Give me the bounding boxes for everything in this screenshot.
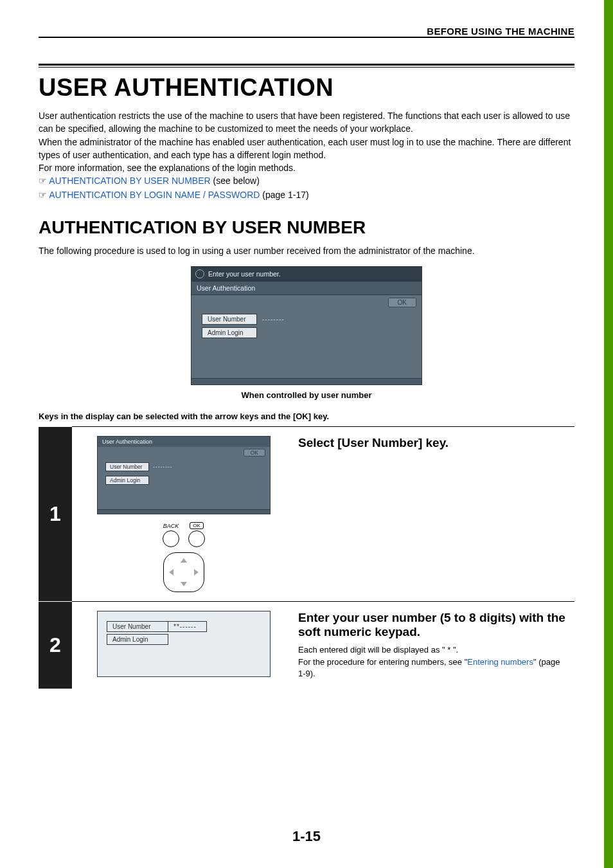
- pointer-icon: ☞: [39, 176, 47, 186]
- screen-subtitle: User Authentication: [191, 281, 422, 295]
- section-heading: AUTHENTICATION BY USER NUMBER: [39, 217, 574, 238]
- breadcrumb: BEFORE USING THE MACHINE: [39, 26, 574, 37]
- step1-screen-subtitle: User Authentication: [98, 437, 270, 447]
- link2-suffix: (page 1-17): [260, 190, 308, 200]
- step2-user-number-button[interactable]: User Number: [107, 621, 168, 632]
- link-entering-numbers[interactable]: Entering numbers: [467, 657, 533, 667]
- dpad[interactable]: [163, 552, 204, 592]
- screen-prompt: Enter your user number.: [208, 270, 281, 278]
- step1-admin-row: Admin Login: [105, 473, 262, 485]
- screen-footer: [191, 378, 422, 384]
- admin-login-row: Admin Login: [202, 327, 411, 338]
- step1-user-number-button[interactable]: User Number: [105, 462, 149, 471]
- page-title: USER AUTHENTICATION: [39, 74, 574, 102]
- step2-user-number-row: User Number **------: [107, 621, 261, 632]
- globe-icon: [195, 269, 204, 278]
- back-label: BACK: [163, 523, 179, 529]
- step-2: 2 User Number **------ Admin Login Enter…: [39, 602, 574, 689]
- ok-label: OK: [190, 522, 204, 529]
- ok-key-group: OK: [188, 522, 205, 547]
- screen-body: User Number -------- Admin Login: [191, 310, 422, 378]
- step1-screen: User Authentication OK User Number------…: [97, 436, 271, 514]
- ok-hard-button[interactable]: [188, 530, 205, 547]
- step1-user-number-value: --------: [153, 464, 173, 470]
- user-number-value: --------: [262, 316, 285, 323]
- link1-suffix: (see below): [211, 176, 260, 186]
- step1-screen-footer: [98, 509, 270, 514]
- step1-admin-login-button[interactable]: Admin Login: [105, 476, 149, 485]
- link-row-1: ☞ AUTHENTICATION BY USER NUMBER (see bel…: [39, 174, 574, 188]
- step2-body-pre: Each entered digit will be displayed as …: [298, 645, 447, 655]
- arrow-up-icon: [181, 558, 187, 563]
- step2-user-number-value: **------: [168, 621, 207, 632]
- back-key-group: BACK: [163, 523, 179, 547]
- step2-title: Enter your user number (5 to 8 digits) w…: [298, 611, 569, 639]
- step-1-number: 1: [39, 427, 72, 601]
- main-caption: When controlled by user number: [39, 390, 574, 400]
- header-rule: [39, 37, 574, 38]
- ok-button[interactable]: OK: [388, 298, 416, 307]
- section-lead: The following procedure is used to log i…: [39, 244, 574, 257]
- step2-screen: User Number **------ Admin Login: [97, 611, 271, 677]
- ok-row: OK: [191, 295, 422, 310]
- arrow-left-icon: [169, 569, 173, 575]
- intro-p1: User authentication restricts the use of…: [39, 109, 574, 136]
- step-2-number: 2: [39, 602, 72, 689]
- step-1-figure: User Authentication OK User Number------…: [81, 436, 287, 592]
- title-rule-thick: [39, 64, 574, 66]
- intro-p3: For more information, see the explanatio…: [39, 161, 574, 174]
- admin-login-button[interactable]: Admin Login: [202, 327, 257, 338]
- user-number-row: User Number --------: [202, 314, 411, 325]
- step2-body-line2: For the procedure for entering numbers, …: [298, 656, 569, 680]
- step2-body-post: ".: [450, 645, 458, 655]
- step2-admin-login-button[interactable]: Admin Login: [107, 634, 168, 645]
- arrow-down-icon: [181, 582, 187, 586]
- step1-ok-button[interactable]: OK: [244, 449, 265, 457]
- back-button[interactable]: [163, 530, 179, 547]
- step1-title: Select [User Number] key.: [298, 436, 569, 450]
- main-screen-figure: Enter your user number. User Authenticat…: [191, 266, 422, 385]
- link-auth-login-password[interactable]: AUTHENTICATION BY LOGIN NAME / PASSWORD: [49, 190, 260, 200]
- step2-admin-row: Admin Login: [107, 634, 261, 645]
- header-region: BEFORE USING THE MACHINE: [39, 26, 574, 38]
- screen-title-row: Enter your user number.: [191, 267, 422, 281]
- step-1: 1 User Authentication OK User Number----…: [39, 427, 574, 601]
- link-row-2: ☞ AUTHENTICATION BY LOGIN NAME / PASSWOR…: [39, 188, 574, 202]
- step2-body-line1: Each entered digit will be displayed as …: [298, 644, 569, 656]
- intro-p2: When the administrator of the machine ha…: [39, 136, 574, 162]
- step2-body2-pre: For the procedure for entering numbers, …: [298, 657, 467, 667]
- main-screen: Enter your user number. User Authenticat…: [191, 266, 422, 385]
- nav-keys: BACK OK: [163, 522, 205, 592]
- user-number-button[interactable]: User Number: [202, 314, 257, 325]
- side-tab: [604, 0, 613, 868]
- pointer-icon: ☞: [39, 190, 47, 200]
- link-auth-user-number[interactable]: AUTHENTICATION BY USER NUMBER: [49, 176, 211, 186]
- step1-user-number-row: User Number--------: [105, 460, 262, 471]
- keys-note: Keys in the display can be selected with…: [39, 411, 574, 421]
- arrow-right-icon: [194, 569, 199, 575]
- step-2-figure: User Number **------ Admin Login: [81, 611, 287, 680]
- page-number: 1-15: [0, 828, 613, 845]
- title-rule-thin: [39, 67, 574, 68]
